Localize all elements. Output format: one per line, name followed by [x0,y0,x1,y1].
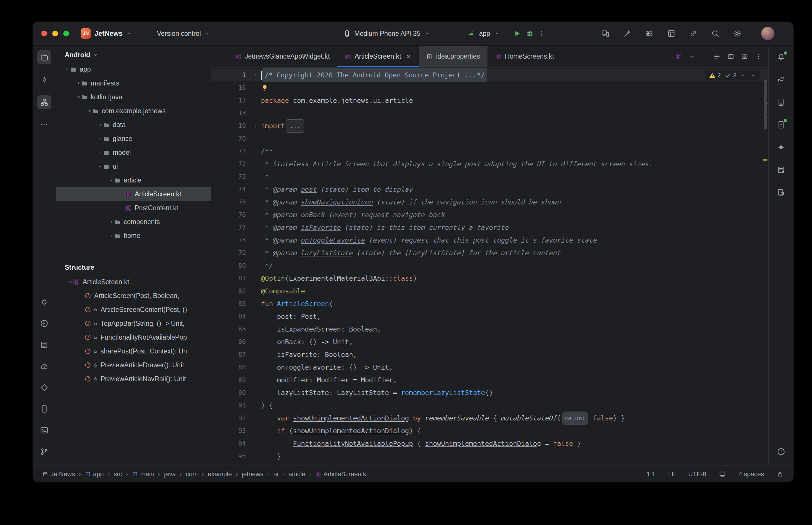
checks-indicator[interactable]: 3 [724,72,737,79]
breadcrumb-app[interactable]: app [85,470,104,478]
line-number[interactable]: 86 [211,335,251,348]
run-config-icon[interactable] [468,30,475,37]
notifications-icon[interactable] [774,50,788,64]
chevron-right-icon[interactable] [109,233,114,238]
debug-button[interactable] [525,29,534,38]
code-line-77[interactable]: 77 * @param isFavorite (state) is this i… [211,221,768,234]
project-item-articlescreen-kt[interactable]: ArticleScreen.kt [56,187,211,201]
breadcrumb-com[interactable]: com [186,470,198,478]
project-item-app[interactable]: app [56,62,211,76]
line-number[interactable]: 80 [211,259,251,272]
close-tab-icon[interactable]: ✕ [406,53,411,60]
chevron-down-icon[interactable] [76,94,81,100]
tab-homescreens-kt[interactable]: HomeScreens.kt [487,46,561,67]
logcat-icon[interactable] [37,338,51,352]
problems-icon[interactable] [774,445,788,459]
line-number[interactable]: 74 [211,183,251,196]
line-separator[interactable]: LF [668,470,676,478]
zoom-window-button[interactable] [63,31,69,36]
line-number[interactable]: 75 [211,196,251,209]
project-item-com-example-jetnews[interactable]: com.example.jetnews [56,104,211,118]
code-line-91[interactable]: 91) { [211,399,768,412]
vcs-widget[interactable]: Version control [157,22,209,45]
line-number[interactable]: 78 [211,234,251,246]
code-line-81[interactable]: 81@OptIn(ExperimentalMaterial3Api::class… [211,272,768,285]
line-number[interactable]: 91 [211,399,251,412]
run-config-label[interactable]: app [479,30,490,38]
line-number[interactable]: 95 [211,450,251,463]
search-icon[interactable] [711,29,720,38]
settings-icon[interactable] [733,29,741,38]
emulator-icon[interactable] [37,402,51,416]
intention-bulb-icon[interactable] [261,84,268,92]
line-number[interactable]: 94 [211,437,251,450]
line-number[interactable]: 89 [211,374,251,386]
chevron-right-icon[interactable] [98,122,103,127]
screenshot-icon[interactable] [741,53,748,60]
commit-icon[interactable] [37,73,51,87]
app-inspection-icon[interactable] [37,295,51,309]
code-line-70[interactable]: 70 [211,132,768,145]
recent-file-kotlin-icon[interactable] [675,54,682,60]
structure-item-previewarticlenavrail-unit[interactable]: fPreviewArticleNavRail(): Unit [56,372,211,386]
close-window-button[interactable] [41,31,47,36]
line-number[interactable]: 70 [211,132,251,145]
split-editor-icon[interactable] [727,53,734,60]
code-line-90[interactable]: 90 lazyListState: LazyListState = rememb… [211,386,768,399]
running-devices-icon[interactable] [774,118,788,132]
line-number[interactable]: 77 [211,221,251,234]
line-number[interactable]: 81 [211,272,251,285]
line-number[interactable]: 17 [211,94,251,107]
line-number[interactable]: 92 [211,412,251,424]
code-line-76[interactable]: 76 * @param onBack (event) request navig… [211,209,768,221]
line-number[interactable]: 90 [211,386,251,399]
chevron-down-icon[interactable] [494,31,500,36]
code-line-74[interactable]: 74 * @param post (state) item to display [211,183,768,196]
device-selector[interactable]: Medium Phone API 35 [343,22,430,45]
code-line-80[interactable]: 80 */ [211,259,768,272]
line-number[interactable]: 71 [211,145,251,158]
code-line-17[interactable]: 17package com.example.jetnews.ui.article [211,94,768,107]
find-tool-icon[interactable] [774,185,788,199]
line-number[interactable]: 88 [211,361,251,374]
display-settings-icon[interactable] [645,29,654,38]
chevron-down-icon[interactable] [65,67,70,72]
chevron-down-icon[interactable] [109,178,114,183]
structure-item-previewarticledrawer-unit[interactable]: fPreviewArticleDrawer(): Unit [56,358,211,372]
device-explorer-icon[interactable] [774,95,788,109]
build-tool-icon[interactable] [774,163,788,177]
write-access-icon[interactable] [777,471,784,478]
inspections-widget[interactable]: 2 3 [705,71,760,80]
avatar[interactable] [761,27,774,40]
file-encoding[interactable]: UTF-8 [688,470,706,478]
code-line-75[interactable]: 75 * @param showNavigationIcon (state) i… [211,196,768,209]
code-line-85[interactable]: 85 isExpandedScreen: Boolean, [211,323,768,335]
chevron-right-icon[interactable] [76,80,81,86]
code-line-16[interactable]: 16 [211,81,768,94]
chevron-down-icon[interactable] [68,279,73,284]
project-item-data[interactable]: data [56,118,211,132]
code-line-83[interactable]: 83fun ArticleScreen( [211,297,768,310]
tab-jetnewsglanceappwidget-kt[interactable]: JetnewsGlanceAppWidget.kt [227,46,337,67]
line-number[interactable]: 73 [211,170,251,183]
gradle-icon[interactable] [774,73,788,87]
project-item-article[interactable]: article [56,173,211,187]
project-icon[interactable] [37,50,51,64]
profiler-icon[interactable] [37,359,51,373]
structure-item-articlescreen-post-boolean[interactable]: fArticleScreen(Post, Boolean, [56,289,211,303]
tab-dropdown-chevron-icon[interactable] [689,53,696,60]
code-line-72[interactable]: 72 * Stateless Article Screen that displ… [211,158,768,170]
code-line-1[interactable]: 1/* Copyright 2020 The Android Open Sour… [211,69,768,81]
line-number[interactable]: 84 [211,310,251,323]
code-line-86[interactable]: 86 onBack: () -> Unit, [211,335,768,348]
fold-marker[interactable] [251,73,261,78]
chevron-down-icon[interactable] [87,108,92,114]
project-item-kotlin-java[interactable]: kotlin+java [56,90,211,104]
code-assist-icon[interactable] [623,29,632,38]
more-icon[interactable] [37,118,51,132]
code-line-94[interactable]: 94 FunctionalityNotAvailablePopup { show… [211,437,768,450]
line-number[interactable]: 85 [211,323,251,335]
project-item-components[interactable]: components [56,215,211,229]
version-control-icon[interactable] [37,445,51,459]
code-line-71[interactable]: 71/** [211,145,768,158]
